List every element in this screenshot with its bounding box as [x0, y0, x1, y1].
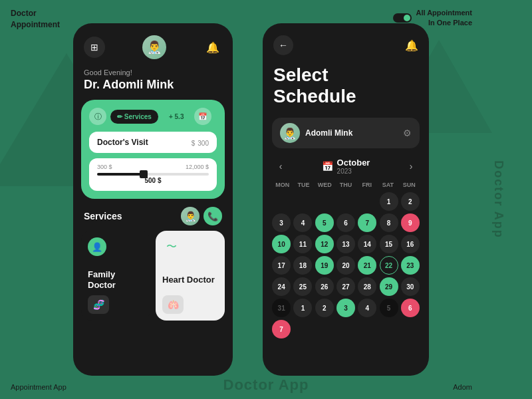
day-header-sat: SAT — [378, 182, 399, 188]
next-month-button[interactable]: › — [402, 158, 420, 175]
day-19[interactable]: 19 — [315, 256, 334, 275]
day-header-thu: THU — [335, 182, 356, 188]
day-empty — [315, 192, 334, 211]
next-day-6[interactable]: 6 — [401, 299, 420, 317]
day-15[interactable]: 15 — [380, 235, 398, 253]
doctor-selector[interactable]: 👨‍⚕️ Adomli Mink ⚙ — [272, 118, 420, 148]
day-30[interactable]: 30 — [401, 277, 420, 296]
day-header-mon: MON — [272, 182, 293, 188]
slider-area: 300 $ 12,000 $ 500 $ — [89, 158, 217, 191]
day-header-tue: TUE — [293, 182, 315, 188]
day-header-fri: FRI — [356, 182, 378, 188]
day-28[interactable]: 28 — [358, 277, 376, 296]
left-phone: ⊞ 👨‍⚕️ 🔔 Good Evening! Dr. Adomli Mink ⓘ… — [73, 23, 233, 376]
phone-icon[interactable]: 📞 — [203, 207, 222, 225]
month-info: 📅 October 2023 — [322, 158, 370, 175]
day-23[interactable]: 23 — [401, 256, 420, 275]
slider-track[interactable] — [97, 173, 209, 176]
day-20[interactable]: 20 — [336, 256, 355, 275]
family-doctor-label: Family Doctor — [88, 269, 144, 290]
heart-doctor-card[interactable]: 〜 Heart Doctor 🫁 — [156, 231, 225, 321]
lp-top-bar: ⊞ 👨‍⚕️ 🔔 — [73, 23, 233, 66]
bottom-center-title: Doctor App — [223, 376, 309, 394]
doctor-info: 👨‍⚕️ Adomli Mink — [280, 123, 352, 143]
day-empty — [358, 192, 376, 211]
greeting-text: Good Evening! — [73, 66, 233, 76]
day-18[interactable]: 18 — [293, 256, 312, 275]
day-14[interactable]: 14 — [358, 235, 376, 253]
doctor-avatar: 👨‍⚕️ — [142, 35, 166, 59]
day-22[interactable]: 22 — [380, 256, 398, 275]
services-icons: 👨‍⚕️ 📞 — [181, 207, 222, 225]
family-doctor-card[interactable]: 👤 Family Doctor 🧬 — [81, 231, 150, 321]
day-21[interactable]: 21 — [358, 256, 376, 275]
day-empty — [272, 192, 291, 211]
day-26[interactable]: 26 — [315, 277, 334, 296]
next-day-4[interactable]: 4 — [358, 299, 376, 317]
day-7[interactable]: 7 — [358, 213, 376, 232]
month-label: October — [337, 158, 370, 168]
services-tab-active[interactable]: ✏ Services — [110, 110, 158, 124]
day-31[interactable]: 31 — [272, 299, 291, 317]
slider-min: 300 $ — [97, 164, 112, 170]
next-day-2[interactable]: 2 — [315, 299, 334, 317]
day-5[interactable]: 5 — [315, 213, 334, 232]
prev-month-button[interactable]: ‹ — [272, 158, 289, 175]
day-11[interactable]: 11 — [293, 235, 312, 253]
visit-label: Doctor's Visit — [97, 138, 148, 147]
heart-pulse-icon: 〜 — [162, 237, 181, 256]
day-10[interactable]: 10 — [272, 235, 291, 253]
rp-bell-icon[interactable]: 🔔 — [405, 39, 418, 52]
slider-thumb[interactable] — [140, 170, 148, 178]
heart-doctor-bottom-icon: 🫁 — [162, 295, 184, 314]
schedule-title: Select Schedule — [263, 62, 429, 118]
visit-card: Doctor's Visit $ 300 — [89, 132, 217, 153]
day-1[interactable]: 1 — [380, 192, 398, 211]
heart-doctor-label: Heart Doctor — [162, 275, 218, 285]
rotated-label: Doctor App — [491, 160, 505, 238]
day-header-wed: WED — [314, 182, 335, 188]
rating-tab[interactable]: + 5.3 — [162, 110, 191, 124]
day-12[interactable]: 12 — [315, 235, 334, 253]
day-8[interactable]: 8 — [380, 213, 398, 232]
day-empty — [293, 192, 312, 211]
footer-right: Adom — [453, 383, 472, 391]
grid-icon[interactable]: ⊞ — [84, 37, 105, 58]
doctor-name: Dr. Adomli Mink — [73, 76, 233, 100]
visit-price: $ 300 — [192, 137, 209, 148]
services-title: Services — [84, 211, 122, 221]
rp-top-bar: ← 🔔 — [263, 23, 429, 62]
price-currency: $ — [192, 140, 196, 147]
day-3[interactable]: 3 — [272, 213, 291, 232]
family-doctor-bottom-icon: 🧬 — [88, 295, 109, 314]
day-24[interactable]: 24 — [272, 277, 291, 296]
info-tab[interactable]: ⓘ — [89, 108, 106, 125]
day-27[interactable]: 27 — [336, 277, 355, 296]
toggle-pill[interactable] — [393, 13, 412, 23]
day-9[interactable]: 9 — [401, 213, 420, 232]
services-avatar: 👨‍⚕️ — [181, 207, 200, 225]
calendar: MON TUE WED THU FRI SAT SUN 1 2 3 4 5 6 … — [263, 182, 429, 338]
day-25[interactable]: 25 — [293, 277, 312, 296]
day-13[interactable]: 13 — [336, 235, 355, 253]
service-cards: 👤 Family Doctor 🧬 〜 Heart Doctor 🫁 — [73, 231, 233, 329]
next-day-7[interactable]: 7 — [272, 320, 291, 338]
day-17[interactable]: 17 — [272, 256, 291, 275]
next-day-3[interactable]: 3 — [336, 299, 355, 317]
bell-icon[interactable]: 🔔 — [203, 38, 222, 57]
slider-labels: 300 $ 12,000 $ — [97, 164, 209, 170]
slider-fill — [97, 173, 142, 176]
day-29[interactable]: 29 — [380, 277, 398, 296]
day-2[interactable]: 2 — [401, 192, 420, 211]
calendar-tab[interactable]: 📅 — [194, 108, 211, 125]
app-title: Doctor Appointment — [11, 8, 60, 31]
next-day-5[interactable]: 5 — [380, 299, 398, 317]
rp-doctor-name: Adomli Mink — [305, 128, 352, 138]
day-6[interactable]: 6 — [336, 213, 355, 232]
next-day-1[interactable]: 1 — [293, 299, 312, 317]
back-button[interactable]: ← — [273, 35, 293, 55]
day-16[interactable]: 16 — [401, 235, 420, 253]
filter-icon[interactable]: ⚙ — [403, 128, 412, 138]
year-label: 2023 — [337, 168, 370, 175]
day-4[interactable]: 4 — [293, 213, 312, 232]
